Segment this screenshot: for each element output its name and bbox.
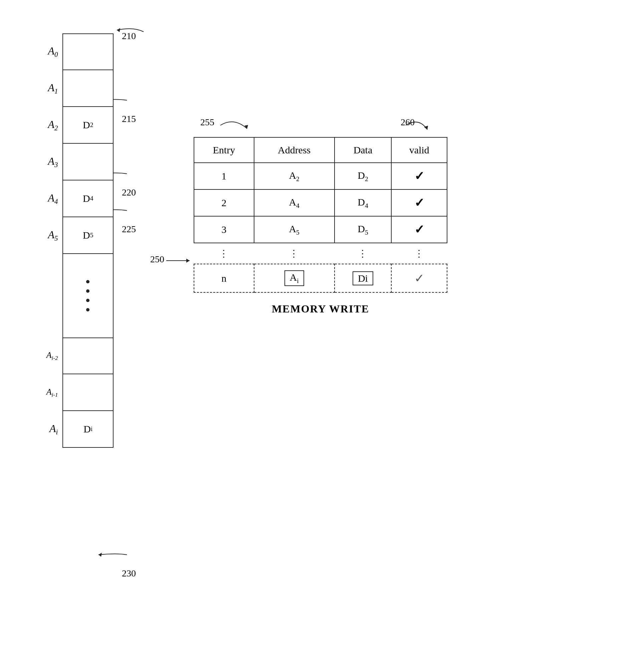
cell-data-n: Di — [335, 264, 392, 292]
row-cell-a3 — [62, 144, 113, 181]
col-header-valid: valid — [391, 137, 447, 163]
row-cell-a5: D5 — [62, 217, 113, 254]
cell-valid-n: ✓ — [391, 264, 447, 292]
svg-marker-5 — [244, 125, 248, 129]
dot-4 — [86, 308, 90, 312]
row-label-ai: Ai — [40, 422, 62, 436]
row-label-a2: A2 — [40, 118, 62, 132]
cell-valid-dots: ⋮ — [391, 243, 447, 264]
ref-215: 215 — [122, 114, 136, 124]
cell-entry-n: n — [194, 264, 254, 292]
dot-2 — [86, 289, 90, 293]
row-label-a3: A3 — [40, 155, 62, 169]
table-row: 1 A2 D2 ✓ — [194, 163, 447, 189]
row-cell-ai: Di — [62, 411, 113, 448]
cell-addr-n: Ai — [254, 264, 335, 292]
memory-row-a0: A0 — [40, 33, 113, 70]
col-header-address: Address — [254, 137, 335, 163]
row-label-ai1: Ai-1 — [40, 387, 62, 398]
ref-255: 255 — [200, 117, 214, 128]
memory-row-a5: A5 D5 — [40, 217, 113, 254]
write-table: Entry Address Data valid 1 A2 D2 ✓ 2 A4 — [194, 137, 447, 293]
memory-row-ai: Ai Di — [40, 411, 113, 448]
ref-210: 210 — [122, 31, 136, 41]
table-caption: MEMORY WRITE — [194, 303, 447, 315]
cell-valid-1: ✓ — [391, 163, 447, 189]
row-cell-ai2 — [62, 338, 113, 374]
ref-225: 225 — [122, 224, 136, 234]
row-cell-ai1 — [62, 374, 113, 411]
svg-marker-6 — [424, 126, 428, 130]
row-label-a4: A4 — [40, 192, 62, 205]
dots-section — [40, 254, 113, 338]
row-label-a5: A5 — [40, 229, 62, 242]
col-header-data: Data — [335, 137, 392, 163]
row-cell-a2: D2 — [62, 107, 113, 144]
ref-230: 230 — [122, 568, 136, 579]
cell-valid-2: ✓ — [391, 189, 447, 216]
dots-cell — [62, 254, 113, 338]
cell-addr-2: A4 — [254, 189, 335, 216]
svg-marker-0 — [117, 28, 120, 32]
write-table-container: Entry Address Data valid 1 A2 D2 ✓ 2 A4 — [194, 137, 447, 315]
cell-data-dots: ⋮ — [335, 243, 392, 264]
dot-3 — [86, 299, 90, 302]
memory-row-a4: A4 D4 — [40, 181, 113, 217]
ref-260: 260 — [401, 117, 415, 128]
memory-row-ai2: Ai-2 — [40, 338, 113, 374]
table-row: 2 A4 D4 ✓ — [194, 189, 447, 216]
cell-data-3: D5 — [335, 216, 392, 243]
memory-row-a3: A3 — [40, 144, 113, 181]
cell-entry-dots: ⋮ — [194, 243, 254, 264]
cell-addr-dots: ⋮ — [254, 243, 335, 264]
cell-addr-3: A5 — [254, 216, 335, 243]
row-label-a1: A1 — [40, 82, 62, 95]
row-label-ai2: Ai-2 — [40, 350, 62, 361]
memory-row-ai1: Ai-1 — [40, 374, 113, 411]
memory-row-a1: A1 — [40, 70, 113, 107]
svg-marker-4 — [99, 553, 102, 557]
ref-220: 220 — [122, 187, 136, 198]
memory-row-a2: A2 D2 — [40, 107, 113, 144]
cell-valid-3: ✓ — [391, 216, 447, 243]
cell-data-1: D2 — [335, 163, 392, 189]
row-cell-a1 — [62, 70, 113, 107]
row-cell-a0 — [62, 33, 113, 70]
table-row-dots: ⋮ ⋮ ⋮ ⋮ — [194, 243, 447, 264]
table-row-n: n Ai Di ✓ — [194, 264, 447, 292]
table-header-row: Entry Address Data valid — [194, 137, 447, 163]
cell-entry-2: 2 — [194, 189, 254, 216]
row-label-a0: A0 — [40, 45, 62, 59]
row-cell-a4: D4 — [62, 181, 113, 217]
cell-entry-1: 1 — [194, 163, 254, 189]
cell-addr-1: A2 — [254, 163, 335, 189]
svg-marker-7 — [186, 259, 189, 263]
ref-250: 250 — [150, 254, 164, 265]
col-header-entry: Entry — [194, 137, 254, 163]
cell-entry-3: 3 — [194, 216, 254, 243]
dot-1 — [86, 280, 90, 283]
table-row: 3 A5 D5 ✓ — [194, 216, 447, 243]
cell-data-2: D4 — [335, 189, 392, 216]
